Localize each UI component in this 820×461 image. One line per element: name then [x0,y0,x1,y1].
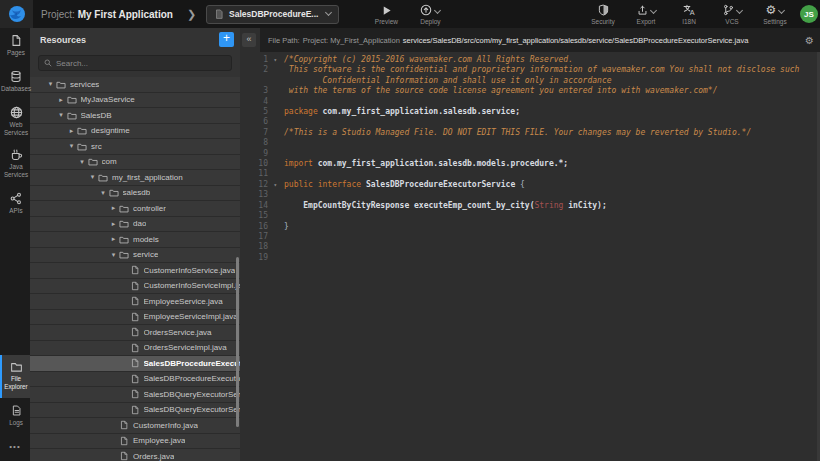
project-name: My First Application [78,9,173,20]
code-line-18[interactable]: 18 [240,242,820,252]
tree-item-label: CustomerInfoService.java [144,266,236,275]
sidebar-item-databases[interactable]: Databases [0,64,30,100]
code-editor[interactable]: 1▾/*Copyright (c) 2015-2016 wavemaker.co… [240,52,820,461]
code-line-13[interactable]: 13 [240,190,820,200]
line-number: 8 [240,138,270,148]
code-line-6[interactable]: 6 [240,117,820,127]
tree-folder-SalesDB[interactable]: ▾SalesDB [30,108,240,124]
tree-file-EmployeeService.java[interactable]: EmployeeService.java [30,294,240,310]
open-file-dropdown[interactable]: SalesDBProcedureE... [206,5,339,24]
code-line-16[interactable]: 16} [240,222,820,232]
editor-settings-gear-icon[interactable]: ⚙ [805,35,814,46]
code-content: This software is the confidential and pr… [270,65,820,86]
sidebar-item-label: APIs [1,207,31,215]
code-line-9[interactable]: 9 [240,149,820,159]
tree-item-label: service [133,250,158,259]
fold-arrow-icon[interactable]: ▾ [273,180,277,190]
tree-folder-salesdb[interactable]: ▾salesdb [30,186,240,202]
tree-expand-arrow: ▾ [78,158,87,166]
tree-file-CustomerInfoServiceImpl.java[interactable]: CustomerInfoServiceImpl.java [30,279,240,295]
tree-file-CustomerInfo.java[interactable]: CustomerInfo.java [30,418,240,434]
collapse-panel-button[interactable]: « [242,33,256,47]
globe-icon [10,106,23,119]
file-icon [118,436,130,446]
vcs-button[interactable]: VCS [717,3,747,25]
code-line-14[interactable]: 14 EmpCountByCityResponse executeEmp_cou… [240,201,820,211]
sidebar-item-apis[interactable]: APIs [0,186,30,222]
tree-folder-service[interactable]: ▾service [30,248,240,264]
tree-item-label: SalesDBProcedureExecutorService.java [144,359,241,368]
settings-button[interactable]: ⚙Settings [760,3,790,25]
fold-arrow-icon[interactable]: ▾ [273,55,277,65]
sidebar-item-label: Databases [1,85,31,93]
tree-scrollbar[interactable] [236,257,239,427]
sidebar-item-java-services[interactable]: Java Services [0,143,30,186]
code-line-17[interactable]: 17 [240,232,820,242]
i18n-button[interactable]: AI18N [674,3,704,25]
add-resource-button[interactable]: + [219,32,234,47]
line-number: 7 [240,128,270,138]
sidebar-item-logs[interactable]: Logs [0,398,30,434]
folder-icon [87,157,99,166]
nodes-icon [10,192,22,205]
tree-file-SalesDBQueryExecutorService.java[interactable]: SalesDBQueryExecutorService.java [30,387,240,403]
line-number: 14 [240,201,270,211]
search-input[interactable] [56,59,226,68]
code-line-7[interactable]: 7/*This is a Studio Managed File. DO NOT… [240,128,820,138]
chevron-down-icon [649,7,656,14]
line-number: 15 [240,211,270,221]
tree-file-OrdersService.java[interactable]: OrdersService.java [30,325,240,341]
tree-folder-com[interactable]: ▾com [30,155,240,171]
search-box[interactable] [38,55,232,71]
tree-file-SalesDBQueryExecutorServiceImpl.java[interactable]: SalesDBQueryExecutorServiceImpl.java [30,403,240,419]
tree-folder-MyJavaService[interactable]: ▸MyJavaService [30,93,240,109]
sidebar-item-file-explorer[interactable]: File Explorer [0,355,30,398]
code-line-8[interactable]: 8 [240,138,820,148]
code-content [270,97,820,107]
sidebar-item-web-services[interactable]: Web Services [0,100,30,144]
tree-file-OrdersServiceImpl.java[interactable]: OrdersServiceImpl.java [30,341,240,357]
tree-item-label: SalesDB [81,111,112,120]
tree-item-label: salesdb [123,188,151,197]
tree-expand-arrow: ▸ [109,204,118,212]
tree-folder-models[interactable]: ▸models [30,232,240,248]
code-line-2[interactable]: 2 This software is the confidential and … [240,65,820,86]
sidebar-item-pages[interactable]: Pages [0,28,30,64]
code-line-5[interactable]: 5package com.my_first_application.salesd… [240,107,820,117]
code-line-11[interactable]: 11 [240,169,820,179]
code-line-15[interactable]: 15 [240,211,820,221]
tree-folder-services[interactable]: ▾services [30,77,240,93]
tree-folder-my_first_application[interactable]: ▾my_first_application [30,170,240,186]
chevron-down-icon [434,7,441,14]
security-button[interactable]: Security [588,3,618,25]
tree-file-CustomerInfoService.java[interactable]: CustomerInfoService.java [30,263,240,279]
code-line-12[interactable]: 12▾public interface SalesDBProcedureExec… [240,180,820,190]
tree-folder-controller[interactable]: ▸controller [30,201,240,217]
line-number: 3 [240,86,270,96]
tree-file-SalesDBProcedureExecutorService.java[interactable]: SalesDBProcedureExecutorService.java [30,356,240,372]
code-line-10[interactable]: 10import com.my_first_application.salesd… [240,159,820,169]
file-icon [129,296,141,306]
file-icon [118,451,130,461]
code-line-1[interactable]: 1▾/*Copyright (c) 2015-2016 wavemaker.co… [240,55,820,65]
code-line-4[interactable]: 4 [240,97,820,107]
line-number: 12▾ [240,180,270,190]
tree-file-SalesDBProcedureExecutorServiceImpl.java[interactable]: SalesDBProcedureExecutorServiceImpl.java [30,372,240,388]
filepath-row: « File Path: Project: My_First_Applicati… [240,28,820,52]
code-line-3[interactable]: 3 with the terms of the source code lice… [240,86,820,96]
deploy-button[interactable]: Deploy [415,3,445,25]
tree-folder-src[interactable]: ▾src [30,139,240,155]
code-line-19[interactable]: 19 [240,253,820,263]
export-button[interactable]: Export [631,3,661,25]
page-icon [10,34,22,47]
tree-file-Employee.java[interactable]: Employee.java [30,434,240,450]
more-options-button[interactable]: ••• [0,434,30,461]
tree-folder-designtime[interactable]: ▸designtime [30,124,240,140]
preview-button[interactable]: Preview [371,3,401,25]
tree-file-EmployeeServiceImpl.java[interactable]: EmployeeServiceImpl.java [30,310,240,326]
tree-folder-dao[interactable]: ▸dao [30,217,240,233]
tree-file-Orders.java[interactable]: Orders.java [30,449,240,461]
wavemaker-logo[interactable] [0,0,33,28]
file-icon [129,343,141,353]
user-avatar[interactable]: JS [800,5,818,23]
